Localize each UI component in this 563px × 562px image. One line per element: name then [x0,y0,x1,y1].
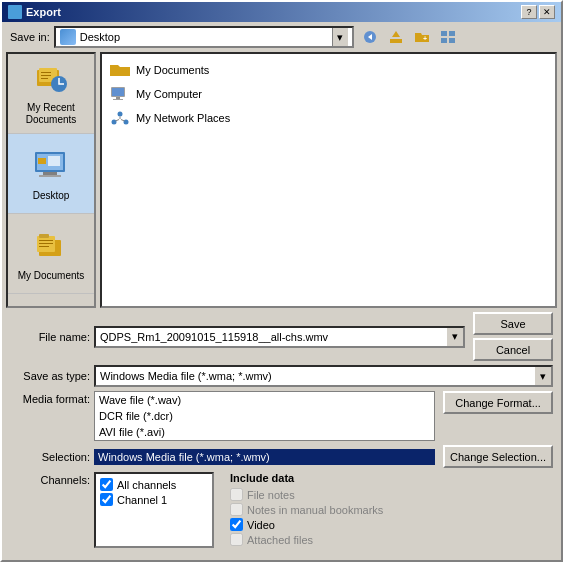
svg-rect-24 [39,240,53,241]
sidebar-item-recent-label: My Recent Documents [12,102,90,126]
include-video: Video [230,518,553,531]
svg-rect-23 [39,234,49,238]
save-in-label: Save in: [10,31,50,43]
svg-point-45 [124,120,129,125]
selection-row: Selection: Windows Media file (*.wma; *.… [10,445,553,468]
svg-rect-17 [43,172,57,175]
channel-all-checkbox[interactable] [100,478,113,491]
file-notes-checkbox[interactable] [230,488,243,501]
svg-rect-2 [390,39,402,43]
channel-1-label: Channel 1 [117,494,167,506]
sidebar-item-recent[interactable]: My Recent Documents [8,54,94,134]
include-manual-bookmarks: Notes in manual bookmarks [230,503,553,516]
svg-point-44 [112,120,117,125]
title-bar: Export ? ✕ [2,2,561,22]
include-data-title: Include data [230,472,553,484]
sidebar-item-documents[interactable]: My Documents [8,214,94,294]
folder-icon [110,60,130,80]
format-option-wav[interactable]: Wave file (*.wav) [95,392,434,408]
change-format-button-area: Change Format... [443,391,553,414]
change-selection-button[interactable]: Change Selection... [443,445,553,468]
sidebar-item-documents-label: My Documents [18,270,85,282]
file-item-name: My Documents [136,64,209,76]
include-data: Include data File notes Notes in manual … [230,472,553,548]
svg-line-47 [116,120,120,122]
channel-1-checkbox[interactable] [100,493,113,506]
list-item[interactable]: My Documents [106,58,551,82]
change-format-button[interactable]: Change Format... [443,391,553,414]
svg-text:+: + [423,35,427,42]
computer-small-icon [110,84,130,104]
svg-rect-25 [39,243,53,244]
recent-icon [31,62,71,98]
video-checkbox[interactable] [230,518,243,531]
include-file-notes: File notes [230,488,553,501]
sidebar-item-desktop[interactable]: Desktop [8,134,94,214]
toolbar-row: Save in: Desktop ▾ + [2,22,561,52]
svg-point-43 [118,112,123,117]
view-button[interactable] [436,26,460,48]
save-in-combo[interactable]: Desktop ▾ [54,26,354,48]
save-as-row: Save as type: Windows Media file (*.wma;… [10,365,553,387]
file-notes-label: File notes [247,489,295,501]
channels-row: Channels: All channels Channel 1 Include… [10,472,553,548]
svg-rect-8 [449,38,455,43]
right-button-group: Save Cancel [473,312,553,361]
save-as-value: Windows Media file (*.wma; *.wmv) [96,367,535,385]
file-name-row: File name: ▾ Save Cancel [10,312,553,361]
sidebar-item-computer[interactable]: My Computer [8,294,94,308]
channels-section: All channels Channel 1 Include data File… [94,472,553,548]
save-in-dropdown-arrow[interactable]: ▾ [332,28,348,46]
bottom-panel: File name: ▾ Save Cancel Save as type: W… [2,308,561,560]
window-title: Export [26,6,61,18]
sidebar: My Recent Documents Desktop [6,52,96,308]
file-name-dropdown-arrow[interactable]: ▾ [447,328,463,346]
channel-1: Channel 1 [100,493,208,506]
media-format-label: Media format: [10,391,90,405]
list-item[interactable]: My Network Places [106,106,551,130]
svg-rect-6 [449,31,455,36]
save-as-combo[interactable]: Windows Media file (*.wma; *.wmv) ▾ [94,365,553,387]
file-item-name: My Computer [136,88,202,100]
back-button[interactable] [358,26,382,48]
desktop-icon [31,146,71,186]
file-name-label: File name: [10,331,90,343]
video-label: Video [247,519,275,531]
app-icon [8,5,22,19]
file-name-input[interactable]: ▾ [94,326,465,348]
new-folder-button[interactable]: + [410,26,434,48]
help-button[interactable]: ? [521,5,537,19]
manual-bookmarks-checkbox[interactable] [230,503,243,516]
sidebar-item-desktop-label: Desktop [33,190,70,202]
network-small-icon [110,108,130,128]
title-bar-buttons: ? ✕ [521,5,555,19]
attached-files-checkbox[interactable] [230,533,243,546]
save-in-icon [60,29,76,45]
svg-rect-13 [41,78,48,79]
selection-value[interactable]: Windows Media file (*.wma; *.wmv) [94,449,435,465]
up-button[interactable] [384,26,408,48]
change-selection-button-area: Change Selection... [443,445,553,468]
media-format-row: Media format: Wave file (*.wav) DCR file… [10,391,553,441]
svg-rect-5 [441,31,447,36]
list-item[interactable]: My Computer [106,82,551,106]
svg-rect-19 [38,158,46,164]
cancel-button[interactable]: Cancel [473,338,553,361]
toolbar-buttons: + [358,26,460,48]
format-option-avi[interactable]: AVI file (*.avi) [95,424,434,440]
include-attached-files: Attached files [230,533,553,546]
close-button[interactable]: ✕ [539,5,555,19]
save-button[interactable]: Save [473,312,553,335]
attached-files-label: Attached files [247,534,313,546]
save-as-dropdown-arrow[interactable]: ▾ [535,367,551,385]
export-dialog: Export ? ✕ Save in: Desktop ▾ + [0,0,563,562]
svg-line-48 [121,120,125,122]
channels-list: All channels Channel 1 [94,472,214,548]
svg-rect-20 [48,156,60,166]
svg-rect-12 [41,75,51,76]
selection-label: Selection: [10,451,90,463]
file-name-field[interactable] [96,328,447,346]
channels-label: Channels: [10,472,90,486]
format-option-dcr[interactable]: DCR file (*.dcr) [95,408,434,424]
svg-rect-11 [41,72,51,73]
